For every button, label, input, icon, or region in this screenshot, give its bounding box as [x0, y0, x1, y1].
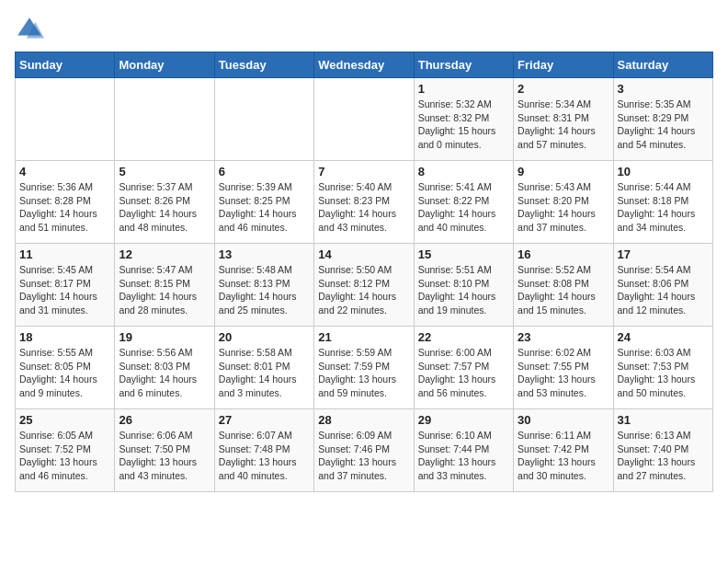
calendar-cell: 29Sunrise: 6:10 AM Sunset: 7:44 PM Dayli… — [414, 409, 513, 492]
calendar-cell: 27Sunrise: 6:07 AM Sunset: 7:48 PM Dayli… — [214, 409, 313, 492]
day-info: Sunrise: 6:07 AM Sunset: 7:48 PM Dayligh… — [219, 429, 310, 483]
weekday-header-row: SundayMondayTuesdayWednesdayThursdayFrid… — [16, 52, 713, 78]
day-info: Sunrise: 5:55 AM Sunset: 8:05 PM Dayligh… — [19, 346, 110, 400]
day-number: 31 — [618, 413, 709, 427]
calendar-cell: 14Sunrise: 5:50 AM Sunset: 8:12 PM Dayli… — [314, 244, 414, 327]
day-number: 12 — [119, 247, 210, 261]
day-info: Sunrise: 5:44 AM Sunset: 8:18 PM Dayligh… — [618, 180, 709, 235]
day-number: 3 — [618, 82, 709, 96]
day-number: 29 — [418, 413, 509, 427]
calendar-cell: 9Sunrise: 5:43 AM Sunset: 8:20 PM Daylig… — [514, 161, 613, 244]
weekday-header-saturday: Saturday — [613, 52, 712, 78]
day-info: Sunrise: 6:09 AM Sunset: 7:46 PM Dayligh… — [318, 429, 409, 483]
day-info: Sunrise: 5:34 AM Sunset: 8:31 PM Dayligh… — [518, 98, 609, 152]
day-info: Sunrise: 6:03 AM Sunset: 7:53 PM Dayligh… — [618, 346, 709, 400]
day-info: Sunrise: 5:43 AM Sunset: 8:20 PM Dayligh… — [518, 180, 609, 235]
calendar-cell: 31Sunrise: 6:13 AM Sunset: 7:40 PM Dayli… — [613, 409, 712, 492]
day-info: Sunrise: 5:47 AM Sunset: 8:15 PM Dayligh… — [119, 263, 210, 317]
calendar-week-2: 11Sunrise: 5:45 AM Sunset: 8:17 PM Dayli… — [16, 244, 713, 327]
day-number: 27 — [219, 413, 310, 427]
logo-icon — [15, 15, 44, 44]
day-number: 26 — [119, 413, 210, 427]
calendar-cell: 11Sunrise: 5:45 AM Sunset: 8:17 PM Dayli… — [16, 244, 115, 327]
weekday-header-monday: Monday — [115, 52, 214, 78]
calendar-cell: 21Sunrise: 5:59 AM Sunset: 7:59 PM Dayli… — [314, 327, 414, 409]
calendar-cell: 13Sunrise: 5:48 AM Sunset: 8:13 PM Dayli… — [214, 244, 313, 327]
calendar-cell: 18Sunrise: 5:55 AM Sunset: 8:05 PM Dayli… — [16, 327, 115, 409]
day-info: Sunrise: 5:35 AM Sunset: 8:29 PM Dayligh… — [618, 98, 709, 152]
calendar-week-4: 25Sunrise: 6:05 AM Sunset: 7:52 PM Dayli… — [16, 409, 713, 492]
day-number: 28 — [318, 413, 409, 427]
page-header — [15, 15, 713, 44]
calendar-cell: 20Sunrise: 5:58 AM Sunset: 8:01 PM Dayli… — [214, 327, 313, 409]
calendar-body: 1Sunrise: 5:32 AM Sunset: 8:32 PM Daylig… — [16, 78, 713, 492]
calendar-cell: 17Sunrise: 5:54 AM Sunset: 8:06 PM Dayli… — [613, 244, 712, 327]
weekday-header-wednesday: Wednesday — [314, 52, 414, 78]
day-number: 6 — [219, 165, 310, 178]
calendar-cell: 4Sunrise: 5:36 AM Sunset: 8:28 PM Daylig… — [16, 161, 115, 244]
day-info: Sunrise: 5:58 AM Sunset: 8:01 PM Dayligh… — [219, 346, 310, 400]
day-info: Sunrise: 6:00 AM Sunset: 7:57 PM Dayligh… — [418, 346, 509, 400]
calendar-cell: 12Sunrise: 5:47 AM Sunset: 8:15 PM Dayli… — [115, 244, 214, 327]
day-number: 8 — [418, 165, 509, 178]
calendar-cell: 7Sunrise: 5:40 AM Sunset: 8:23 PM Daylig… — [314, 161, 414, 244]
calendar-week-3: 18Sunrise: 5:55 AM Sunset: 8:05 PM Dayli… — [16, 327, 713, 409]
day-number: 18 — [19, 330, 110, 344]
calendar-cell: 10Sunrise: 5:44 AM Sunset: 8:18 PM Dayli… — [613, 161, 712, 244]
calendar-cell: 3Sunrise: 5:35 AM Sunset: 8:29 PM Daylig… — [613, 78, 712, 161]
calendar-cell: 1Sunrise: 5:32 AM Sunset: 8:32 PM Daylig… — [414, 78, 513, 161]
calendar-cell: 15Sunrise: 5:51 AM Sunset: 8:10 PM Dayli… — [414, 244, 513, 327]
calendar-cell: 28Sunrise: 6:09 AM Sunset: 7:46 PM Dayli… — [314, 409, 414, 492]
weekday-header-tuesday: Tuesday — [214, 52, 313, 78]
calendar-cell: 30Sunrise: 6:11 AM Sunset: 7:42 PM Dayli… — [514, 409, 613, 492]
calendar-cell: 25Sunrise: 6:05 AM Sunset: 7:52 PM Dayli… — [16, 409, 115, 492]
day-info: Sunrise: 5:52 AM Sunset: 8:08 PM Dayligh… — [518, 263, 609, 317]
day-number: 23 — [518, 330, 609, 344]
day-number: 15 — [418, 247, 509, 261]
day-number: 22 — [418, 330, 509, 344]
calendar-cell — [16, 78, 115, 161]
day-info: Sunrise: 5:59 AM Sunset: 7:59 PM Dayligh… — [318, 346, 409, 400]
day-number: 4 — [19, 165, 110, 178]
day-number: 10 — [618, 165, 709, 178]
calendar-cell: 23Sunrise: 6:02 AM Sunset: 7:55 PM Dayli… — [514, 327, 613, 409]
day-number: 7 — [318, 165, 409, 178]
day-number: 2 — [518, 82, 609, 96]
day-number: 1 — [418, 82, 509, 96]
day-number: 19 — [119, 330, 210, 344]
day-info: Sunrise: 5:54 AM Sunset: 8:06 PM Dayligh… — [618, 263, 709, 317]
day-info: Sunrise: 6:11 AM Sunset: 7:42 PM Dayligh… — [518, 429, 609, 483]
calendar-cell: 24Sunrise: 6:03 AM Sunset: 7:53 PM Dayli… — [613, 327, 712, 409]
calendar-cell: 8Sunrise: 5:41 AM Sunset: 8:22 PM Daylig… — [414, 161, 513, 244]
day-info: Sunrise: 6:06 AM Sunset: 7:50 PM Dayligh… — [119, 429, 210, 483]
day-number: 21 — [318, 330, 409, 344]
day-info: Sunrise: 5:37 AM Sunset: 8:26 PM Dayligh… — [119, 180, 210, 235]
calendar-week-0: 1Sunrise: 5:32 AM Sunset: 8:32 PM Daylig… — [16, 78, 713, 161]
day-info: Sunrise: 5:32 AM Sunset: 8:32 PM Dayligh… — [418, 98, 509, 152]
calendar-cell — [115, 78, 214, 161]
day-info: Sunrise: 5:39 AM Sunset: 8:25 PM Dayligh… — [219, 180, 310, 235]
day-info: Sunrise: 5:40 AM Sunset: 8:23 PM Dayligh… — [318, 180, 409, 235]
weekday-header-thursday: Thursday — [414, 52, 513, 78]
day-number: 5 — [119, 165, 210, 178]
day-info: Sunrise: 5:56 AM Sunset: 8:03 PM Dayligh… — [119, 346, 210, 400]
day-number: 24 — [618, 330, 709, 344]
day-info: Sunrise: 5:50 AM Sunset: 8:12 PM Dayligh… — [318, 263, 409, 317]
calendar-cell: 2Sunrise: 5:34 AM Sunset: 8:31 PM Daylig… — [514, 78, 613, 161]
day-number: 14 — [318, 247, 409, 261]
calendar-table: SundayMondayTuesdayWednesdayThursdayFrid… — [15, 52, 713, 492]
weekday-header-friday: Friday — [514, 52, 613, 78]
calendar-cell — [314, 78, 414, 161]
weekday-header-sunday: Sunday — [16, 52, 115, 78]
logo — [15, 15, 48, 44]
calendar-cell: 6Sunrise: 5:39 AM Sunset: 8:25 PM Daylig… — [214, 161, 313, 244]
day-number: 20 — [219, 330, 310, 344]
day-number: 9 — [518, 165, 609, 178]
calendar-cell: 5Sunrise: 5:37 AM Sunset: 8:26 PM Daylig… — [115, 161, 214, 244]
calendar-cell: 26Sunrise: 6:06 AM Sunset: 7:50 PM Dayli… — [115, 409, 214, 492]
day-info: Sunrise: 5:41 AM Sunset: 8:22 PM Dayligh… — [418, 180, 509, 235]
calendar-cell: 19Sunrise: 5:56 AM Sunset: 8:03 PM Dayli… — [115, 327, 214, 409]
day-number: 13 — [219, 247, 310, 261]
calendar-cell: 16Sunrise: 5:52 AM Sunset: 8:08 PM Dayli… — [514, 244, 613, 327]
calendar-cell: 22Sunrise: 6:00 AM Sunset: 7:57 PM Dayli… — [414, 327, 513, 409]
